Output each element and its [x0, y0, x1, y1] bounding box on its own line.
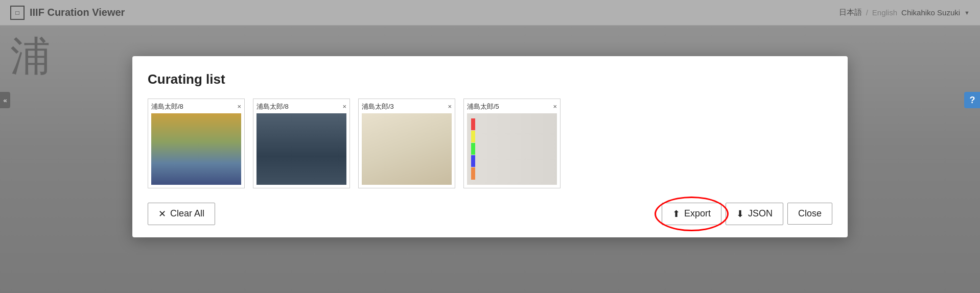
clear-all-label: Clear All — [170, 208, 204, 219]
modal-overlay: Curating list 浦島太郎/8 × 浦島太郎/8 × 浦島太郎/3 — [0, 0, 980, 293]
export-button[interactable]: ⬆ Export — [662, 203, 721, 225]
help-button[interactable]: ? — [964, 92, 980, 108]
thumbnail-label-2: 浦島太郎/8 — [256, 102, 289, 111]
curation-list-modal: Curating list 浦島太郎/8 × 浦島太郎/8 × 浦島太郎/3 — [132, 56, 848, 237]
thumbnail-card-4: 浦島太郎/5 × — [463, 99, 561, 188]
thumbnails-row: 浦島太郎/8 × 浦島太郎/8 × 浦島太郎/3 × — [148, 99, 832, 188]
modal-title: Curating list — [148, 71, 832, 87]
right-action-buttons: ⬆ Export ⬇ JSON Close — [662, 203, 832, 225]
thumbnail-close-3[interactable]: × — [448, 103, 452, 110]
json-button[interactable]: ⬇ JSON — [726, 203, 783, 225]
close-button[interactable]: Close — [787, 203, 832, 225]
close-label: Close — [798, 208, 822, 219]
thumbnail-label-1: 浦島太郎/8 — [151, 102, 183, 111]
thumbnail-image-3 — [362, 113, 452, 185]
thumbnail-card-2: 浦島太郎/8 × — [253, 99, 350, 188]
thumbnail-close-1[interactable]: × — [237, 103, 241, 110]
json-icon: ⬇ — [736, 208, 744, 219]
thumbnail-close-4[interactable]: × — [553, 103, 557, 110]
export-icon: ⬆ — [672, 208, 680, 219]
left-panel-toggle[interactable]: « — [0, 92, 10, 108]
clear-all-button[interactable]: ✕ Clear All — [148, 203, 215, 225]
export-label: Export — [684, 208, 711, 219]
export-highlight-annotation: ⬆ Export — [662, 203, 721, 225]
thumbnail-label-4: 浦島太郎/5 — [467, 102, 499, 111]
thumbnail-close-2[interactable]: × — [342, 103, 346, 110]
json-label: JSON — [748, 208, 773, 219]
thumbnail-image-1 — [151, 113, 241, 185]
thumbnail-image-2 — [256, 113, 346, 185]
clear-all-icon: ✕ — [158, 208, 166, 219]
modal-actions: ✕ Clear All ⬆ Export ⬇ JSON Close — [148, 203, 832, 225]
thumbnail-image-4 — [467, 113, 557, 185]
thumbnail-card-3: 浦島太郎/3 × — [358, 99, 455, 188]
thumbnail-label-3: 浦島太郎/3 — [362, 102, 394, 111]
thumbnail-card-1: 浦島太郎/8 × — [148, 99, 245, 188]
